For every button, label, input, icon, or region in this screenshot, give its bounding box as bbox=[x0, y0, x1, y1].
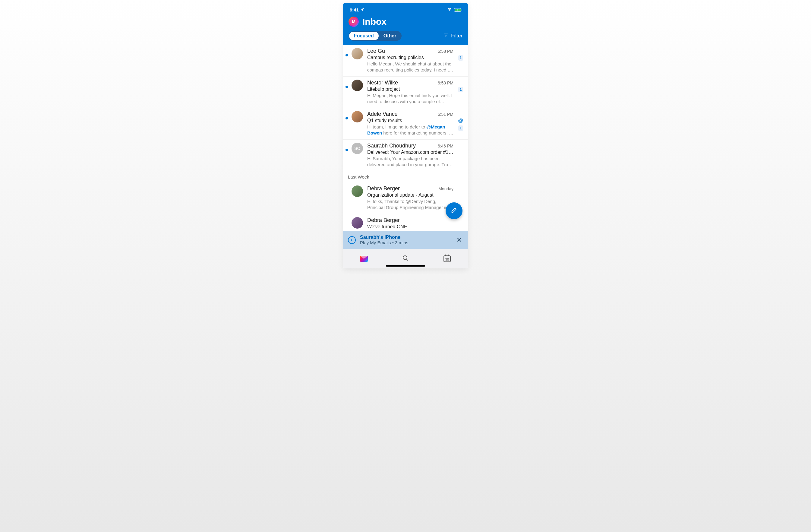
battery-icon bbox=[454, 8, 461, 12]
svg-point-4 bbox=[403, 256, 407, 260]
filter-label: Filter bbox=[451, 33, 462, 39]
tab-search[interactable] bbox=[385, 255, 426, 263]
mail-icon bbox=[360, 256, 368, 262]
close-icon: ✕ bbox=[457, 236, 462, 244]
home-indicator bbox=[386, 265, 425, 267]
email-time: 6:46 PM bbox=[438, 143, 454, 148]
sender-avatar: SC bbox=[352, 143, 363, 154]
sender-avatar bbox=[352, 111, 363, 122]
email-subject: Campus recruiting policies bbox=[367, 55, 454, 60]
sender-name: Adele Vance bbox=[367, 111, 398, 117]
banner-close-button[interactable]: ✕ bbox=[455, 235, 463, 245]
sender-avatar bbox=[352, 80, 363, 91]
tab-calendar[interactable]: 30 bbox=[427, 256, 468, 262]
unread-dot-icon bbox=[346, 149, 348, 151]
email-preview: Hi Megan, Hope this email finds you well… bbox=[367, 93, 454, 105]
email-row[interactable]: SC Saurabh Choudhury 6:46 PM Delivered: … bbox=[343, 140, 468, 171]
account-avatar[interactable]: M bbox=[349, 17, 359, 27]
location-icon bbox=[361, 7, 364, 12]
tab-mail[interactable] bbox=[343, 256, 385, 262]
section-header-last-week: Last Week bbox=[343, 171, 468, 182]
email-preview: Hi folks, Thanks to @Denvy Deng, Princip… bbox=[367, 198, 454, 211]
unread-dot-icon bbox=[346, 117, 348, 119]
email-subject: Delivered: Your Amazon.com order #112-50… bbox=[367, 150, 454, 155]
inbox-tabs: Focused Other bbox=[349, 31, 401, 41]
search-icon bbox=[402, 255, 409, 263]
count-badge: 1 bbox=[458, 87, 463, 92]
tab-other[interactable]: Other bbox=[379, 32, 401, 40]
email-row[interactable]: Lee Gu 6:58 PM Campus recruiting policie… bbox=[343, 45, 468, 77]
tab-focused[interactable]: Focused bbox=[349, 32, 379, 40]
email-time: 6:58 PM bbox=[438, 49, 454, 54]
svg-line-5 bbox=[407, 259, 408, 261]
count-badge: 1 bbox=[458, 55, 463, 61]
email-preview: Hello Megan, We should chat at about the… bbox=[367, 61, 454, 73]
mention-icon: @ bbox=[458, 118, 463, 124]
email-subject: Q1 study results bbox=[367, 118, 454, 123]
svg-rect-0 bbox=[444, 34, 448, 34]
email-row[interactable]: Adele Vance 6:51 PM Q1 study results Hi … bbox=[343, 108, 468, 140]
email-time: 6:51 PM bbox=[438, 112, 454, 117]
email-preview: Hi Saurabh, Your package has been delive… bbox=[367, 156, 454, 168]
sender-name: Nestor Wilke bbox=[367, 80, 398, 86]
compose-icon bbox=[451, 207, 457, 215]
filter-icon bbox=[443, 33, 449, 39]
email-preview: Hi team, I'm going to defer to @Megan Bo… bbox=[367, 124, 454, 136]
sender-name: Lee Gu bbox=[367, 48, 385, 54]
email-time: Monday bbox=[438, 186, 454, 191]
status-bar: 9:41 bbox=[349, 6, 462, 17]
svg-rect-2 bbox=[446, 36, 446, 36]
play-icon bbox=[348, 236, 356, 244]
email-subject: Litebulb project bbox=[367, 87, 454, 92]
sender-avatar bbox=[352, 185, 363, 197]
banner-subtitle: Play My Emails • 3 mins bbox=[360, 240, 451, 245]
email-subject: We've turned ONE bbox=[367, 224, 454, 229]
svg-rect-1 bbox=[445, 35, 447, 35]
sender-avatar bbox=[352, 217, 363, 229]
email-row[interactable]: Nestor Wilke 6:53 PM Litebulb project Hi… bbox=[343, 77, 468, 108]
sender-avatar bbox=[352, 48, 363, 59]
email-subject: Organizational update - August bbox=[367, 193, 454, 198]
banner-title: Saurabh's iPhone bbox=[360, 234, 451, 240]
app-header: 9:41 M bbox=[343, 3, 468, 45]
play-emails-banner[interactable]: Saurabh's iPhone Play My Emails • 3 mins… bbox=[343, 231, 468, 249]
sender-name: Debra Berger bbox=[367, 217, 400, 224]
count-badge: 1 bbox=[458, 125, 463, 131]
phone-frame: 9:41 M bbox=[343, 3, 468, 269]
status-time: 9:41 bbox=[350, 7, 359, 12]
page-title: Inbox bbox=[362, 17, 386, 27]
sender-name: Debra Berger bbox=[367, 185, 400, 192]
calendar-icon: 30 bbox=[443, 256, 451, 262]
unread-dot-icon bbox=[346, 86, 348, 88]
unread-dot-icon bbox=[346, 54, 348, 56]
email-time: 6:53 PM bbox=[438, 80, 454, 85]
filter-button[interactable]: Filter bbox=[443, 33, 462, 39]
compose-button[interactable] bbox=[446, 202, 462, 219]
wifi-icon bbox=[447, 7, 452, 12]
sender-name: Saurabh Choudhury bbox=[367, 143, 416, 149]
